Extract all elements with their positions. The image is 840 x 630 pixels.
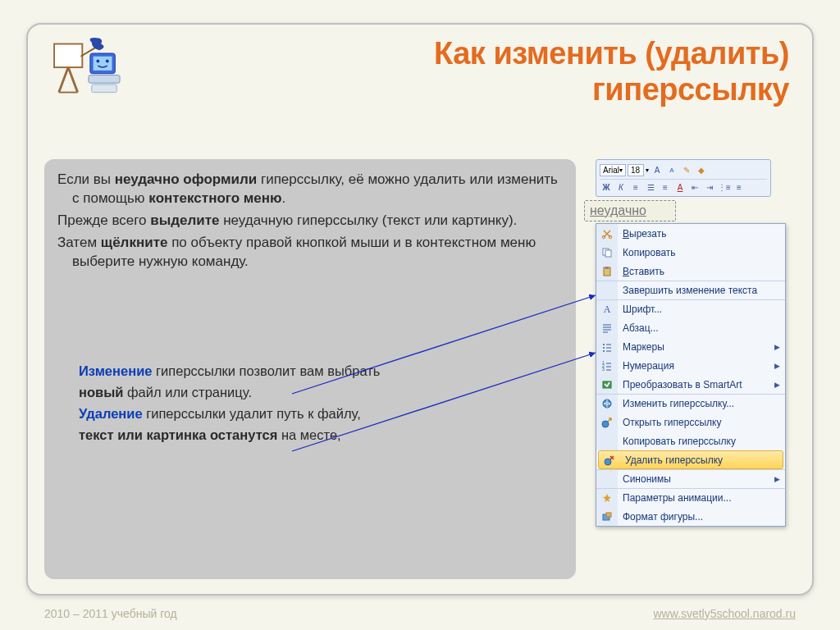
- svg-point-37: [602, 421, 609, 427]
- menu-format-shape[interactable]: Формат фигуры...: [596, 507, 785, 526]
- align-right-icon[interactable]: ≡: [659, 181, 672, 194]
- menu-copy-hyperlink[interactable]: Копировать гиперссылку: [596, 431, 785, 450]
- submenu-arrow-icon: ▶: [774, 362, 780, 370]
- format-shape-icon: [601, 511, 613, 523]
- bullets-icon[interactable]: ⋮≡: [718, 181, 731, 194]
- context-menu: Вырезать Копировать Вставить Завершить и…: [596, 223, 786, 527]
- menu-cut[interactable]: Вырезать: [596, 224, 785, 243]
- footer-year: 2010 – 2011 учебный год: [44, 607, 177, 620]
- shrink-font-icon[interactable]: A: [665, 164, 678, 176]
- footer-url[interactable]: www.svetly5school.narod.ru: [653, 607, 796, 620]
- menu-open-hyperlink[interactable]: Открыть гиперссылку: [596, 413, 785, 431]
- menu-paste[interactable]: Вставить: [596, 262, 785, 281]
- submenu-arrow-icon: ▶: [774, 475, 780, 483]
- menu-end-edit[interactable]: Завершить изменение текста: [596, 281, 785, 299]
- title-line-2: гиперссылку: [592, 72, 789, 107]
- selected-hyperlink-text[interactable]: неудачно: [590, 203, 646, 217]
- lower-text-block: Изменение гиперссылки позволит вам выбра…: [57, 362, 563, 445]
- svg-text:3: 3: [602, 367, 605, 372]
- slide-title: Как изменить (удалить) гиперссылку: [44, 36, 796, 107]
- menu-bullets[interactable]: Маркеры ▶: [596, 337, 785, 356]
- smartart-icon: [601, 379, 613, 390]
- svg-rect-42: [606, 513, 611, 517]
- menu-synonyms[interactable]: Синонимы ▶: [596, 469, 785, 488]
- svg-point-38: [605, 459, 611, 465]
- menu-copy[interactable]: Копировать: [596, 243, 785, 262]
- italic-icon[interactable]: К: [614, 181, 628, 194]
- svg-rect-0: [54, 44, 82, 68]
- slide-frame: Как изменить (удалить) гиперссылку Если …: [26, 23, 814, 596]
- svg-point-25: [603, 347, 605, 349]
- menu-paragraph[interactable]: Абзац...: [596, 318, 785, 337]
- grow-font-icon[interactable]: A: [651, 164, 664, 176]
- word-delete: Удаление: [79, 406, 143, 421]
- mini-toolbar: Arial ▾ 18 ▾ A A ✎ ◆ Ж К ≡ ☰ ≡ A ⇤ ⇥: [596, 159, 771, 197]
- clipart-teacher-computer: [52, 36, 123, 102]
- scissors-icon: [601, 228, 613, 240]
- animation-icon: [601, 492, 613, 504]
- font-color-icon[interactable]: A: [673, 181, 687, 194]
- screenshot-panel: Arial ▾ 18 ▾ A A ✎ ◆ Ж К ≡ ☰ ≡ A ⇤ ⇥: [584, 159, 796, 579]
- paragraph-icon: [601, 322, 613, 334]
- bold-icon[interactable]: Ж: [600, 181, 613, 194]
- font-size[interactable]: 18: [628, 164, 644, 176]
- svg-rect-9: [89, 75, 120, 84]
- menu-font[interactable]: A Шрифт...: [596, 299, 785, 318]
- paragraph-3: Затем щёлкните по объекту правой кнопкой…: [57, 234, 563, 272]
- submenu-arrow-icon: ▶: [774, 381, 780, 389]
- svg-point-23: [603, 344, 605, 345]
- content-row: Если вы неудачно оформили гиперссылку, е…: [44, 159, 796, 579]
- title-line-1: Как изменить (удалить): [434, 36, 789, 71]
- svg-rect-6: [94, 57, 112, 71]
- submenu-arrow-icon: ▶: [774, 343, 780, 351]
- hyperlink-icon: [601, 398, 613, 409]
- format-painter-icon[interactable]: ✎: [680, 164, 693, 176]
- selected-text-box: неудачно: [584, 200, 676, 221]
- copy-icon: [601, 247, 613, 258]
- text-panel: Если вы неудачно оформили гиперссылку, е…: [44, 159, 576, 579]
- menu-numbering[interactable]: 123 Нумерация ▶: [596, 356, 785, 375]
- svg-line-2: [68, 67, 77, 92]
- svg-point-7: [96, 60, 99, 63]
- svg-rect-10: [92, 84, 116, 93]
- menu-remove-hyperlink[interactable]: Удалить гиперссылку: [598, 450, 783, 469]
- svg-rect-16: [605, 250, 611, 257]
- align-center-icon[interactable]: ☰: [644, 181, 657, 194]
- remove-link-icon: [604, 454, 615, 466]
- menu-animation[interactable]: Параметры анимации...: [596, 488, 785, 507]
- indent-dec-icon[interactable]: ⇤: [688, 181, 701, 194]
- menu-smartart[interactable]: Преобразовать в SmartArt ▶: [596, 375, 785, 394]
- paste-icon: [601, 266, 613, 277]
- svg-point-27: [603, 350, 605, 352]
- menu-edit-hyperlink[interactable]: Изменить гиперссылку...: [596, 394, 785, 413]
- svg-line-1: [59, 67, 68, 92]
- paragraph-1: Если вы неудачно оформили гиперссылку, е…: [57, 171, 563, 208]
- font-icon: A: [604, 304, 611, 316]
- numbering-icon: 123: [601, 360, 613, 372]
- svg-rect-18: [605, 267, 609, 269]
- header-area: Как изменить (удалить) гиперссылку: [44, 36, 796, 107]
- svg-point-8: [106, 60, 109, 63]
- paragraph-2: Прежде всего выделите неудачную гиперссы…: [57, 212, 563, 231]
- shape-fill-icon[interactable]: ◆: [695, 164, 708, 176]
- word-edit: Изменение: [79, 363, 152, 378]
- numbering-icon[interactable]: ≡: [733, 181, 746, 194]
- bullets-icon: [601, 341, 613, 353]
- font-selector[interactable]: Arial ▾: [600, 164, 626, 176]
- align-left-icon[interactable]: ≡: [629, 181, 642, 194]
- indent-inc-icon[interactable]: ⇥: [703, 181, 716, 194]
- open-link-icon: [601, 417, 613, 428]
